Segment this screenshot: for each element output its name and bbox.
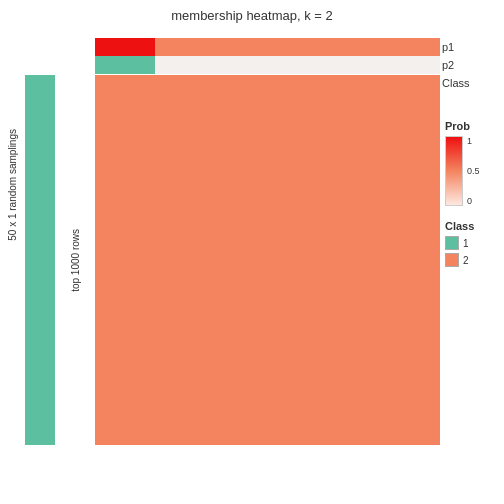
prob-legend-title: Prob	[445, 120, 500, 132]
legend: Prob 1 0.5 0 Class 1 2	[445, 120, 500, 270]
chart-container: membership heatmap, k = 2 p1 p2 Class 50…	[0, 0, 504, 504]
teal-block-class1-bottom	[25, 395, 55, 445]
inner-axis-label: top 1000 rows	[55, 75, 95, 445]
p2-label: p2	[442, 56, 470, 74]
p1-bar-red	[95, 38, 155, 56]
p1-label: p1	[442, 38, 470, 56]
prob-max-label: 1	[467, 136, 480, 146]
top-bars	[95, 38, 440, 74]
class-legend-title: Class	[445, 220, 500, 232]
main-heatmap	[95, 75, 440, 445]
prob-legend-labels: 1 0.5 0	[467, 136, 480, 206]
p2-bar-teal	[95, 56, 155, 74]
prob-gradient-bar	[445, 136, 463, 206]
chart-title: membership heatmap, k = 2	[171, 8, 333, 23]
prob-min-label: 0	[467, 196, 480, 206]
y-axis-labels: p1 p2 Class	[442, 38, 470, 92]
teal-block-class1	[25, 75, 55, 395]
class1-legend-label: 1	[463, 238, 469, 249]
class2-swatch	[445, 253, 459, 267]
class-label: Class	[442, 74, 470, 92]
class1-legend-item: 1	[445, 236, 500, 250]
outer-axis-label: 50 x 1 random samplings	[2, 0, 22, 370]
class2-legend-item: 2	[445, 253, 500, 267]
prob-mid-label: 0.5	[467, 166, 480, 176]
class2-legend-label: 2	[463, 255, 469, 266]
class1-swatch	[445, 236, 459, 250]
